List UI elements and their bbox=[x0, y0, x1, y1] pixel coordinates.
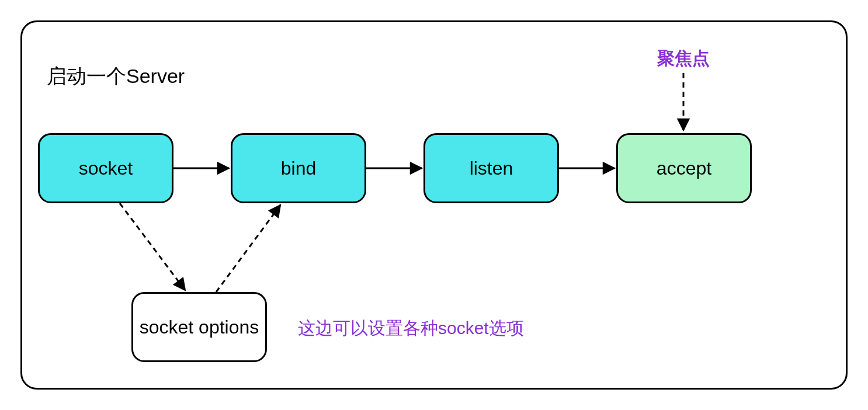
node-listen-label: listen bbox=[470, 158, 513, 179]
node-socket-options: socket options bbox=[131, 292, 267, 362]
node-listen: listen bbox=[423, 133, 559, 203]
node-socket: socket bbox=[38, 133, 173, 203]
node-socket-label: socket bbox=[79, 158, 133, 179]
node-bind: bind bbox=[231, 133, 366, 203]
node-socket-options-label: socket options bbox=[140, 317, 259, 338]
node-accept-label: accept bbox=[657, 158, 711, 179]
label-options-note: 这边可以设置各种socket选项 bbox=[298, 317, 524, 340]
label-focus-point: 聚焦点 bbox=[657, 47, 710, 71]
container-title: 启动一个Server bbox=[47, 63, 185, 90]
diagram-canvas: 启动一个Server socket bind listen accept soc… bbox=[0, 0, 868, 410]
node-accept: accept bbox=[616, 133, 752, 203]
node-bind-label: bind bbox=[281, 158, 317, 179]
